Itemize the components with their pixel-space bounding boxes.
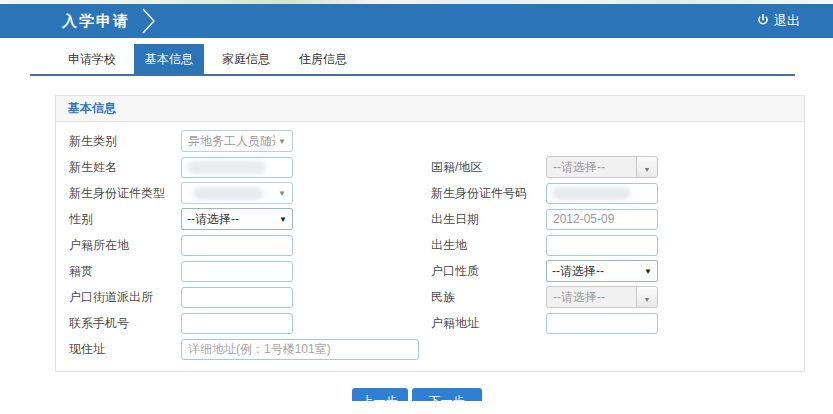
hukou-police-station-label: 户口街道派出所 — [69, 289, 181, 306]
native-place-input[interactable] — [181, 261, 293, 282]
birth-date-label: 出生日期 — [431, 211, 546, 228]
basic-info-panel: 基本信息 新生类别 异地务工人员随迁 ▼ 新生姓名 国籍/地区 --请选择-- — [55, 95, 805, 372]
hukou-type-value: --请选择-- — [552, 263, 604, 280]
tab-bar: 申请学校 基本信息 家庭信息 住房信息 — [30, 44, 795, 76]
form-row: 户籍所在地 出生地 — [56, 232, 804, 258]
id-number-input[interactable] — [546, 183, 658, 204]
form-row: 性别 --请选择-- ▼ 出生日期 — [56, 206, 804, 232]
form-row: 新生姓名 国籍/地区 --请选择-- ▼ — [56, 154, 804, 180]
current-address-label: 现住址 — [69, 341, 181, 358]
birth-place-input[interactable] — [546, 235, 658, 256]
hukou-type-label: 户口性质 — [431, 263, 546, 280]
contact-phone-label: 联系手机号 — [69, 315, 181, 332]
form-row: 户口街道派出所 民族 --请选择-- ▼ — [56, 284, 804, 310]
tab-apply-school[interactable]: 申请学校 — [57, 44, 127, 74]
redacted-value-smudge — [187, 161, 266, 174]
form-row: 现住址 — [56, 336, 804, 362]
nationality-value: --请选择-- — [547, 157, 636, 177]
contact-phone-input[interactable] — [181, 313, 293, 334]
hukou-address-input[interactable] — [546, 313, 658, 334]
birth-date-input[interactable] — [546, 209, 658, 230]
id-number-label: 新生身份证件号码 — [431, 185, 546, 202]
logout-label: 退出 — [774, 12, 800, 30]
next-step-button[interactable]: 下一步 — [412, 388, 482, 401]
redacted-value-smudge — [193, 187, 264, 200]
caret-down-icon: ▼ — [644, 267, 652, 276]
birth-place-label: 出生地 — [431, 237, 546, 254]
power-icon — [757, 14, 769, 29]
hukou-police-station-input[interactable] — [181, 287, 293, 308]
hukou-location-label: 户籍所在地 — [69, 237, 181, 254]
student-category-label: 新生类别 — [69, 133, 181, 150]
form-actions: 上一步 下一步 — [0, 388, 833, 401]
student-name-input[interactable] — [181, 157, 293, 178]
page-title: 入学申请 — [62, 12, 130, 31]
tab-family-info[interactable]: 家庭信息 — [211, 44, 281, 74]
page: 入学申请 退出 申请学校 基本信息 家庭信息 住房信息 基本信息 新生 — [0, 0, 833, 414]
form-row: 籍贯 户口性质 --请选择-- ▼ — [56, 258, 804, 284]
form-row: 新生身份证件类型 ▼ 新生身份证件号码 — [56, 180, 804, 206]
basic-info-form: 新生类别 异地务工人员随迁 ▼ 新生姓名 国籍/地区 --请选择-- ▼ — [56, 122, 804, 371]
student-category-value: 异地务工人员随迁 — [188, 133, 275, 150]
previous-step-button[interactable]: 上一步 — [352, 388, 408, 401]
hukou-address-label: 户籍地址 — [431, 315, 546, 332]
student-category-select[interactable]: 异地务工人员随迁 ▼ — [181, 130, 293, 152]
caret-down-icon: ▼ — [636, 287, 657, 308]
nationality-select[interactable]: --请选择-- ▼ — [546, 156, 658, 178]
tab-housing-info[interactable]: 住房信息 — [288, 44, 358, 74]
ethnicity-value: --请选择-- — [547, 287, 636, 307]
form-row: 联系手机号 户籍地址 — [56, 310, 804, 336]
nationality-label: 国籍/地区 — [431, 159, 546, 176]
tab-basic-info[interactable]: 基本信息 — [134, 44, 204, 74]
current-address-input[interactable] — [181, 339, 419, 360]
student-name-label: 新生姓名 — [69, 159, 181, 176]
ethnicity-label: 民族 — [431, 289, 546, 306]
gender-select[interactable]: --请选择-- ▼ — [181, 208, 293, 230]
gender-label: 性别 — [69, 211, 181, 228]
logout-button[interactable]: 退出 — [757, 12, 800, 30]
form-row: 新生类别 异地务工人员随迁 ▼ — [56, 128, 804, 154]
caret-down-icon: ▼ — [278, 137, 286, 146]
top-header-bar: 入学申请 退出 — [0, 4, 833, 38]
chevron-right-icon — [142, 8, 156, 34]
caret-down-icon: ▼ — [278, 189, 286, 198]
hukou-type-select[interactable]: --请选择-- ▼ — [546, 260, 658, 282]
id-type-label: 新生身份证件类型 — [69, 185, 181, 202]
gender-value: --请选择-- — [187, 211, 239, 228]
ethnicity-select[interactable]: --请选择-- ▼ — [546, 286, 658, 308]
id-type-select[interactable]: ▼ — [181, 182, 293, 204]
hukou-location-input[interactable] — [181, 235, 293, 256]
caret-down-icon: ▼ — [279, 215, 287, 224]
native-place-label: 籍贯 — [69, 263, 181, 280]
redacted-value-smudge — [552, 187, 631, 200]
caret-down-icon: ▼ — [636, 157, 657, 178]
panel-title: 基本信息 — [56, 96, 804, 122]
